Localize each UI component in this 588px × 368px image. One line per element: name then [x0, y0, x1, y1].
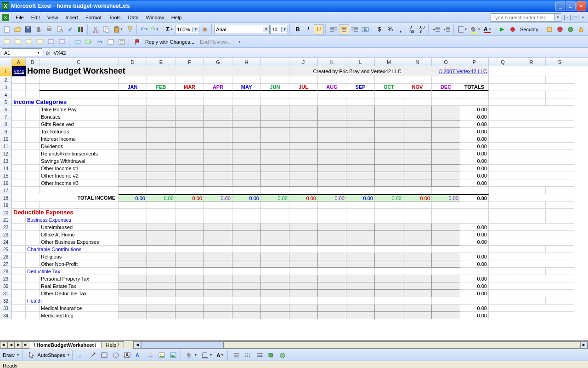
row-header-4[interactable]: 4: [0, 91, 12, 98]
new-button[interactable]: [2, 24, 12, 34]
col-header-M[interactable]: M: [375, 58, 403, 66]
rev-icon4[interactable]: [35, 37, 45, 47]
col-header-D[interactable]: D: [119, 58, 147, 66]
col-header-A[interactable]: A: [12, 58, 26, 66]
col-header-N[interactable]: N: [403, 58, 432, 66]
wordart-button[interactable]: A: [134, 350, 144, 360]
sec-icon3[interactable]: [565, 24, 576, 34]
draw-menu[interactable]: Draw: [3, 352, 15, 358]
row-header-15[interactable]: 15: [0, 172, 12, 179]
col-header-J[interactable]: J: [289, 58, 318, 66]
rev-dropdown[interactable]: ▼: [234, 37, 244, 47]
permission-button[interactable]: [34, 24, 44, 34]
scroll-left-button[interactable]: ◀: [134, 342, 141, 348]
line-style-button[interactable]: [232, 350, 242, 360]
rev-icon5[interactable]: [46, 37, 56, 47]
col-header-E[interactable]: E: [147, 58, 175, 66]
save-button[interactable]: [23, 24, 33, 34]
increase-decimal-button[interactable]: .0.00: [406, 24, 416, 34]
row-header-29[interactable]: 29: [0, 275, 12, 282]
scroll-thumb[interactable]: [141, 342, 224, 348]
help-search-input[interactable]: [491, 13, 555, 22]
sec-icon1[interactable]: [544, 24, 554, 34]
row-header-6[interactable]: 6: [0, 106, 12, 113]
tab-next-button[interactable]: ▶: [15, 341, 22, 349]
tab-last-button[interactable]: ⏭: [22, 341, 29, 349]
picture-button[interactable]: [168, 350, 178, 360]
select-objects-button[interactable]: [26, 350, 36, 360]
rev-icon1[interactable]: [2, 37, 12, 47]
decrease-indent-button[interactable]: [431, 24, 441, 34]
row-header-20[interactable]: 20: [0, 209, 12, 216]
col-header-B[interactable]: B: [26, 58, 40, 66]
comma-button[interactable]: ,: [396, 24, 406, 34]
row-header-12[interactable]: 12: [0, 150, 12, 157]
rev-icon8[interactable]: [84, 37, 94, 47]
menu-tools[interactable]: Tools: [105, 13, 124, 22]
rev-icon7[interactable]: [73, 37, 83, 47]
row-header-25[interactable]: 25: [0, 246, 12, 253]
spelling-button[interactable]: ✓: [65, 24, 75, 34]
row-header-27[interactable]: 27: [0, 260, 12, 268]
end-review-button[interactable]: End Review...: [197, 39, 233, 45]
row-header-32[interactable]: 32: [0, 297, 12, 305]
format-painter-button[interactable]: [125, 24, 135, 34]
row-header-28[interactable]: 28: [0, 268, 12, 275]
sec-icon2[interactable]: [555, 24, 565, 34]
open-button[interactable]: [12, 24, 23, 34]
close-button[interactable]: ×: [577, 1, 586, 11]
font-size-combobox[interactable]: 10▼: [270, 25, 288, 34]
menu-data[interactable]: Data: [124, 13, 142, 22]
help-button[interactable]: ◉: [200, 24, 210, 34]
spreadsheet-grid[interactable]: ABCDEFGHIJKLMNOPQRS 1VX42Home Budget Wor…: [0, 58, 588, 340]
row-header-13[interactable]: 13: [0, 157, 12, 165]
row-header-22[interactable]: 22: [0, 224, 12, 231]
row-header-31[interactable]: 31: [0, 290, 12, 297]
doc-close-button[interactable]: ×: [580, 15, 586, 20]
row-header-26[interactable]: 26: [0, 253, 12, 260]
security-label[interactable]: Security...: [518, 27, 544, 32]
fx-icon[interactable]: fx: [46, 50, 50, 56]
col-header-I[interactable]: I: [261, 58, 289, 66]
textbox-button[interactable]: A: [122, 350, 132, 360]
scroll-right-button[interactable]: ▶: [580, 342, 588, 348]
tab-prev-button[interactable]: ◀: [7, 341, 15, 349]
sheet-tab-active[interactable]: \ HomeBudgetWorksheet /: [29, 341, 102, 348]
3d-button[interactable]: [277, 350, 288, 360]
row-header-33[interactable]: 33: [0, 305, 12, 312]
row-header-5[interactable]: 5: [0, 98, 12, 106]
col-header-S[interactable]: S: [546, 58, 574, 66]
row-header-34[interactable]: 34: [0, 312, 12, 319]
formula-input[interactable]: VX42: [54, 50, 66, 56]
bold-button[interactable]: B: [293, 24, 303, 34]
row-header-16[interactable]: 16: [0, 179, 12, 187]
fill-color-button[interactable]: ▼: [469, 24, 482, 34]
col-header-C[interactable]: C: [40, 58, 119, 66]
play-button[interactable]: ▶: [497, 24, 507, 34]
row-header-18[interactable]: 18: [0, 194, 12, 201]
col-header-L[interactable]: L: [346, 58, 375, 66]
clipart-button[interactable]: [157, 350, 167, 360]
sheet-tab-help[interactable]: Help /: [101, 341, 124, 348]
reply-changes-button[interactable]: Reply with Changes...: [143, 39, 196, 45]
horizontal-scrollbar[interactable]: ◀ ▶: [133, 341, 588, 349]
row-header-10[interactable]: 10: [0, 135, 12, 143]
fill-color-draw-button[interactable]: ▼: [185, 350, 198, 360]
row-header-9[interactable]: 9: [0, 128, 12, 135]
menu-insert[interactable]: Insert: [62, 13, 82, 22]
dash-style-button[interactable]: [243, 350, 253, 360]
tab-first-button[interactable]: ⏮: [0, 341, 7, 349]
stop-red-button[interactable]: [508, 24, 518, 34]
font-color-draw-button[interactable]: A▼: [215, 350, 225, 360]
align-center-button[interactable]: [339, 24, 349, 34]
col-header-Q[interactable]: Q: [489, 58, 517, 66]
italic-button[interactable]: I: [303, 24, 313, 34]
rev-icon6[interactable]: [57, 37, 67, 47]
row-header-30[interactable]: 30: [0, 282, 12, 290]
paste-button[interactable]: ▼: [112, 24, 124, 34]
menu-window[interactable]: Window: [142, 13, 168, 22]
line-button[interactable]: [76, 350, 86, 360]
diagram-button[interactable]: [145, 350, 155, 360]
print-button[interactable]: [44, 24, 54, 34]
font-name-combobox[interactable]: Arial▼: [214, 25, 269, 34]
